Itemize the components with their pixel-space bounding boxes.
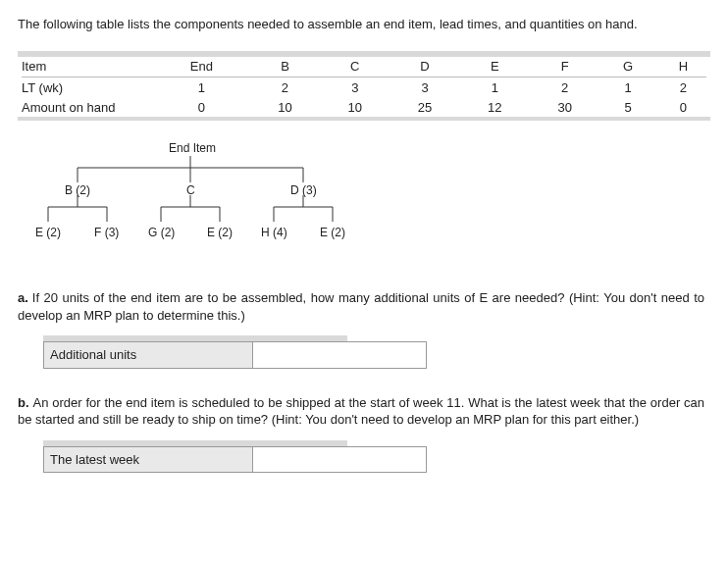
bom-node: E (2) bbox=[207, 225, 233, 240]
question-a-text: If 20 units of the end item are to be as… bbox=[18, 290, 704, 323]
table-row: Item End B C D E F G H bbox=[18, 57, 710, 77]
question-a: a.If 20 units of the end item are to be … bbox=[18, 289, 710, 369]
bom-node: G (2) bbox=[148, 225, 175, 240]
answer-a-row: Additional units bbox=[43, 341, 347, 369]
bom-node: H (4) bbox=[261, 225, 287, 240]
row-label: Item bbox=[18, 57, 153, 77]
bom-node-root: End Item bbox=[169, 140, 216, 156]
bom-node: F (3) bbox=[94, 225, 119, 240]
table-row: LT (wk) 1 2 3 3 1 2 1 2 bbox=[18, 78, 710, 98]
answer-b-input[interactable] bbox=[253, 446, 427, 474]
question-b-text: An order for the end item is scheduled t… bbox=[18, 395, 704, 428]
answer-b-label: The latest week bbox=[43, 446, 253, 474]
bom-node: C bbox=[186, 182, 195, 198]
table-row: Amount on hand 0 10 10 25 12 30 5 0 bbox=[18, 98, 710, 118]
tree-lines-icon bbox=[24, 138, 377, 266]
bom-node: B (2) bbox=[65, 182, 90, 198]
answer-a-input[interactable] bbox=[253, 341, 427, 369]
answer-a-label: Additional units bbox=[43, 341, 253, 369]
bom-tree: End Item B (2) C D (3) E (2) F (3) G (2)… bbox=[24, 138, 710, 266]
row-label: LT (wk) bbox=[18, 78, 153, 98]
answer-b-row: The latest week bbox=[43, 446, 347, 474]
question-a-prefix: a. bbox=[18, 290, 28, 305]
bom-node: D (3) bbox=[290, 182, 317, 198]
components-table: Item End B C D E F G H LT (wk) 1 2 3 3 1… bbox=[18, 51, 710, 122]
row-label: Amount on hand bbox=[18, 98, 153, 118]
question-b-prefix: b. bbox=[18, 395, 29, 410]
question-b: b.An order for the end item is scheduled… bbox=[18, 394, 710, 474]
intro-text: The following table lists the components… bbox=[18, 16, 704, 33]
bom-node: E (2) bbox=[35, 225, 61, 240]
bom-node: E (2) bbox=[320, 225, 345, 240]
